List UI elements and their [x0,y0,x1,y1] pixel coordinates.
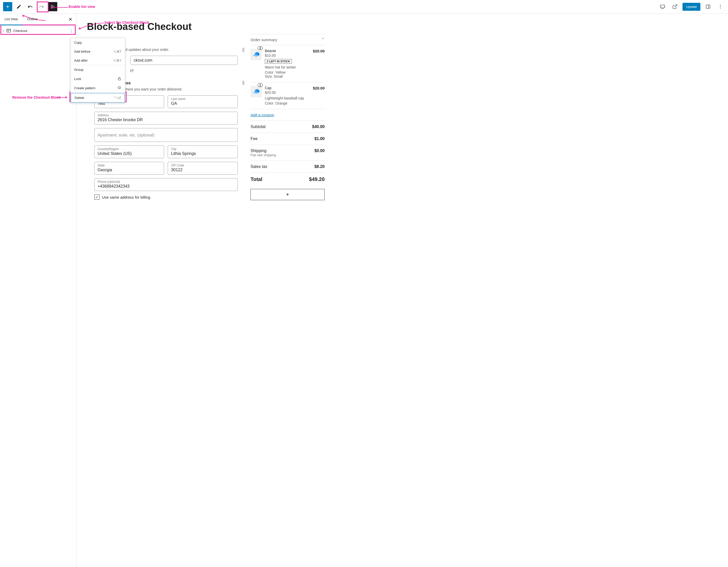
product-row: 🧢2 Beanie $10.00 2 LEFT IN STOCK Warm ha… [251,45,325,82]
svg-point-2 [720,5,721,6]
menu-group[interactable]: Group [71,65,125,74]
fee-row: Fee$1.00 [251,133,325,145]
preview-button[interactable] [658,2,667,11]
external-link-button[interactable] [670,2,679,11]
page-title: Block-based Checkout [87,21,238,32]
state-field[interactable]: State Georgia [94,162,164,175]
product-row: 🧢1 Cap $20.00 Lightweight baseball cap C… [251,82,325,109]
address-field[interactable]: Address 2616 Chester brooke DR [94,112,238,124]
product-attr: Size: Small [265,74,310,78]
tab-list-view[interactable]: List View [0,14,22,25]
menu-delete[interactable]: Delete⌃⌥Z [71,93,125,103]
add-block-inline-button[interactable]: + [251,189,325,200]
options-button[interactable] [716,2,725,11]
checkout-block-icon [6,28,11,33]
product-name: Beanie [265,49,310,53]
lock-icon [117,77,121,81]
settings-panel-button[interactable] [703,2,713,11]
product-total: $20.00 [313,49,325,78]
product-unit-price: $10.00 [265,53,310,58]
email-field[interactable]: ckout.com [130,56,238,65]
zip-field[interactable]: ZIP Code 30122 [168,162,238,175]
editor-toolbar: Update [0,0,728,14]
last-name-field[interactable]: Last name GA [168,95,238,108]
product-attr: Color: Yellow [265,70,310,74]
shipping-row: ShippingFlat rate shipping $0.00 [251,145,325,161]
chevron-up-icon: ⌃ [321,37,325,42]
product-unit-price: $20.00 [265,90,310,95]
qty-badge: 1 [258,83,263,87]
redo-button[interactable] [37,2,46,11]
total-row: Total$49.20 [251,173,325,186]
svg-rect-5 [7,29,11,32]
tree-item-checkout[interactable]: › Checkout ⋮ [0,26,76,36]
block-options-button[interactable]: ⋮ [69,28,73,33]
drag-handle[interactable] [242,81,244,85]
qty-badge: 2 [258,46,263,50]
product-attr: Color: Orange [265,101,310,105]
checkbox-icon: ✓ [94,195,99,200]
block-context-menu: Copy Add before⌥⌘T Add after⌥⌘Y Group Lo… [70,38,125,103]
tax-row: Sales tax$8.20 [251,161,325,173]
product-thumbnail: 🧢2 [251,49,262,60]
summary-header[interactable]: Order summary ⌃ [251,34,325,45]
drag-handle[interactable] [242,48,244,52]
menu-copy[interactable]: Copy [71,38,125,47]
menu-add-after[interactable]: Add after⌥⌘Y [71,56,125,65]
tree-item-label: Checkout [13,29,27,33]
chevron-right-icon: › [3,29,4,32]
add-block-button[interactable] [3,2,12,11]
account-question: t? [130,69,238,73]
svg-point-3 [720,6,721,7]
city-field[interactable]: City Lithia Springs [168,145,238,158]
stock-badge: 2 LEFT IN STOCK [265,59,292,64]
product-thumbnail: 🧢1 [251,86,262,97]
svg-rect-6 [118,78,120,80]
add-coupon-link[interactable]: Add a coupon [251,109,325,121]
phone-field[interactable]: Phone (optional) +4368842342343 [94,178,238,191]
svg-point-4 [720,8,721,9]
tab-outline[interactable]: Outline [22,14,42,25]
menu-lock[interactable]: Lock [71,74,125,83]
list-view-panel: List View Outline ✕ › Checkout ⋮ [0,14,77,566]
same-billing-checkbox[interactable]: ✓ Use same address for billing [94,195,238,200]
subtotal-row: Subtotal$40.00 [251,121,325,133]
pattern-icon [117,86,121,90]
undo-button[interactable] [26,2,35,11]
order-summary: Order summary ⌃ 🧢2 Beanie $10.00 2 LEFT … [251,19,325,561]
svg-rect-0 [661,5,665,8]
product-name: Cap [265,86,310,90]
product-total: $20.00 [313,86,325,105]
menu-create-pattern[interactable]: Create pattern [71,83,125,93]
close-panel-button[interactable]: ✕ [66,15,74,24]
list-view-button[interactable] [48,2,57,11]
edit-button[interactable] [14,2,24,11]
product-desc: Warm hat for winter [265,65,310,69]
apartment-field[interactable]: Apartment, suite, etc. (optional) [94,128,238,142]
menu-add-before[interactable]: Add before⌥⌘T [71,47,125,56]
product-desc: Lightweight baseball cap [265,96,310,100]
svg-rect-1 [706,5,710,8]
update-button[interactable]: Update [683,3,700,11]
country-field[interactable]: Country/Region United States (US) [94,145,164,158]
